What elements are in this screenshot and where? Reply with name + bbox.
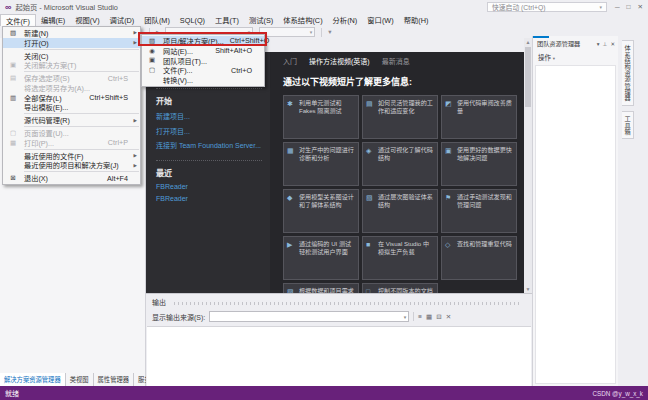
- video-tile[interactable]: ◩使用代码审阅改善质量: [441, 95, 517, 139]
- start-page-main: 入门 操作方法视频(英语) 最新消息 通过以下视频短片了解更多信息: ✱利用单元…: [270, 52, 524, 293]
- close-icon[interactable]: ✕: [610, 41, 615, 47]
- tab-get-started[interactable]: 入门: [283, 56, 297, 66]
- tab-toolbox[interactable]: 工具箱: [622, 111, 634, 140]
- tab-solution-explorer[interactable]: 解决方案资源管理器: [0, 373, 66, 386]
- menu-item-open[interactable]: 打开(O)▶: [3, 38, 140, 48]
- new-project-link[interactable]: 新建项目...: [156, 111, 262, 121]
- menu-analyze[interactable]: 分析(N): [328, 14, 363, 26]
- menu-item-recent-projects[interactable]: 最近使用的项目和解决方案(J)▶: [3, 161, 140, 171]
- submenu-arrow-icon: ▶: [134, 40, 137, 45]
- scroll-down-icon[interactable]: ▼: [524, 285, 532, 293]
- quick-launch-placeholder: 快速启动 (Ctrl+Q): [492, 2, 545, 12]
- close-button[interactable]: ✕: [638, 3, 643, 11]
- start-page-scrollbar[interactable]: ▲ ▼: [524, 38, 532, 293]
- output-panel-title: 输出: [152, 297, 166, 307]
- video-tile[interactable]: ▦对生产中的问题进行诊断和分析: [283, 142, 359, 186]
- page-setup-icon: ▢: [7, 129, 19, 137]
- find-dropdown-icon[interactable]: ▾: [328, 28, 331, 36]
- minimize-button[interactable]: ─: [615, 3, 620, 11]
- save-icon: ▤: [7, 74, 19, 82]
- quick-launch-box[interactable]: 快速启动 (Ctrl+Q) ▾: [487, 2, 607, 12]
- menu-file[interactable]: 文件(F): [0, 14, 36, 27]
- video-tile[interactable]: ✱利用单元测试和 Fakes 隔离测试: [283, 95, 359, 139]
- menu-item-recent-files[interactable]: 最近使用的文件(F)▶: [3, 151, 140, 161]
- video-tile[interactable]: ▶通过编码的 UI 测试轻松测试用户界面: [283, 236, 359, 280]
- pin-icon[interactable]: ⊥: [603, 41, 608, 47]
- team-explorer-title: 团队资源管理器: [537, 39, 580, 48]
- tab-class-view[interactable]: 类视图: [66, 373, 94, 386]
- menu-item-open-file[interactable]: ▢文件(F)...Ctrl+O: [142, 65, 264, 75]
- menu-separator: [24, 149, 139, 150]
- video-tile[interactable]: ◆使用模型关系图设计和了解体系结构: [283, 189, 359, 233]
- menu-item-source-control[interactable]: 源代码管理(R)▶: [3, 115, 140, 125]
- team-project-icon: ▣: [146, 56, 158, 64]
- menu-window[interactable]: 窗口(W): [362, 14, 398, 26]
- menu-sql[interactable]: SQL(Q): [175, 15, 210, 26]
- video-tile[interactable]: ▧通过层次图验证体系结构: [362, 189, 438, 233]
- video-tile[interactable]: ■在 Visual Studio 中模拟生产负载: [362, 236, 438, 280]
- window-position-icon[interactable]: ▾: [597, 41, 600, 47]
- menu-item-save-selected[interactable]: ▤保存选定项(S)Ctrl+S: [3, 73, 140, 83]
- video-tile-grid: ✱利用单元测试和 Fakes 隔离测试 ▤如何灵活管理我的工作和适应变化 ◩使用…: [283, 95, 519, 293]
- menu-item-export-template[interactable]: 导出模板(E)...: [3, 103, 140, 113]
- menu-item-convert[interactable]: 转换(V)...: [142, 75, 264, 85]
- connect-tfs-link[interactable]: 连接到 Team Foundation Server...: [156, 140, 262, 150]
- video-tile[interactable]: □控制不同版本的文档: [362, 283, 438, 293]
- unit-test-icon: ✱: [287, 99, 293, 108]
- video-tile[interactable]: ◈通过可视化了解代码结构: [362, 142, 438, 186]
- clear-all-icon[interactable]: ⊟: [436, 313, 441, 321]
- panel-grip[interactable]: [174, 302, 520, 305]
- scroll-up-icon[interactable]: ▲: [524, 38, 532, 46]
- output-source-combo[interactable]: ▾: [209, 311, 409, 322]
- file-icon: ▢: [146, 66, 158, 74]
- tab-how-to-videos[interactable]: 操作方法视频(英语): [309, 56, 370, 66]
- scrollbar-thumb[interactable]: [525, 47, 531, 107]
- menu-item-new[interactable]: ▧新建(N)▶: [3, 28, 140, 38]
- menu-tools[interactable]: 工具(T): [210, 14, 244, 26]
- menu-item-close[interactable]: 关闭(C): [3, 51, 140, 61]
- show-output-icon[interactable]: ▦: [426, 313, 432, 321]
- recent-project-link[interactable]: FBReader: [156, 195, 262, 202]
- status-ready-text: 就绪: [5, 388, 19, 398]
- menu-debug[interactable]: 调试(D): [105, 14, 140, 26]
- menu-item-save-all[interactable]: ▥全部保存(L)Ctrl+Shift+S: [3, 93, 140, 103]
- menu-team[interactable]: 团队(M): [139, 14, 175, 26]
- video-tile[interactable]: ▨根据数据和项目需求生成报告: [283, 283, 359, 293]
- recent-project-link[interactable]: FBReader: [156, 183, 262, 190]
- menu-item-open-team-project[interactable]: ▣团队项目(T)...: [142, 56, 264, 66]
- open-project-link[interactable]: 打开项目...: [156, 126, 262, 136]
- tab-architecture-explorer[interactable]: 体系结构资源管理器: [622, 40, 634, 106]
- menu-architecture[interactable]: 体系结构(C): [278, 14, 327, 26]
- tab-latest-news[interactable]: 最新消息: [382, 56, 410, 66]
- output-source-label: 显示输出来源(S):: [152, 312, 205, 322]
- video-tile[interactable]: ⚑通过手动测试发现和管理问题: [441, 189, 517, 233]
- menu-item-close-solution[interactable]: ▣关闭解决方案(T): [3, 60, 140, 70]
- menu-test[interactable]: 测试(S): [244, 14, 278, 26]
- menu-view[interactable]: 视图(V): [70, 14, 104, 26]
- menu-help[interactable]: 帮助(H): [399, 14, 434, 26]
- menu-item-page-setup[interactable]: ▢页面设置(U)...: [3, 128, 140, 138]
- video-tile[interactable]: ▤如何灵活管理我的工作和适应变化: [362, 95, 438, 139]
- menu-item-open-website[interactable]: ◉网站(E)...Shift+Alt+O: [142, 46, 264, 56]
- close-panel-icon[interactable]: ✕: [446, 313, 451, 321]
- menu-edit[interactable]: 编辑(E): [36, 14, 70, 26]
- maximize-button[interactable]: □: [627, 3, 631, 11]
- toolbar-separator: [413, 312, 414, 321]
- video-tile[interactable]: ◇查找和管理重复代码: [441, 236, 517, 280]
- output-content[interactable]: [147, 326, 531, 386]
- modeling-diagram-icon: ◆: [287, 193, 292, 202]
- word-wrap-icon[interactable]: ≡: [418, 313, 422, 320]
- exit-icon: ⊠: [7, 174, 19, 182]
- video-tile[interactable]: ▣使用更好的数据更快地解决问题: [441, 142, 517, 186]
- open-submenu: ▨项目/解决方案(P)...Ctrl+Shift+O ◉网站(E)...Shif…: [141, 34, 265, 87]
- actions-dropdown[interactable]: 操作 ▾: [533, 49, 618, 64]
- menu-item-open-project-solution[interactable]: ▨项目/解决方案(P)...Ctrl+Shift+O: [142, 36, 264, 46]
- recent-section-header: 最近: [156, 167, 262, 178]
- menu-item-print[interactable]: ▦打印(P)...Ctrl+P: [3, 138, 140, 148]
- menu-item-save-as[interactable]: 将选定项另存为(A)...: [3, 83, 140, 93]
- menu-separator: [24, 126, 139, 127]
- tab-property-manager[interactable]: 属性管理器: [94, 373, 134, 386]
- website-icon: ◉: [146, 47, 158, 55]
- menu-item-exit[interactable]: ⊠退出(X)Alt+F4: [3, 173, 140, 183]
- team-explorer-content[interactable]: [535, 65, 616, 384]
